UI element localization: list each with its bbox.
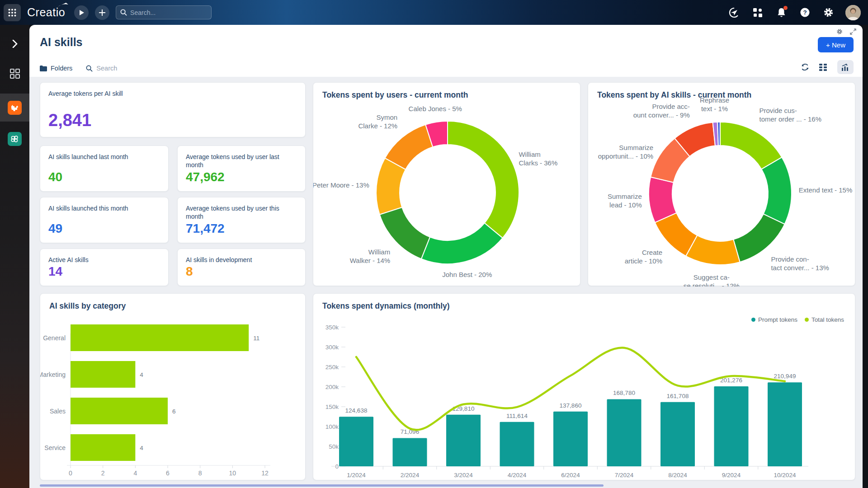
month-bar-9-2024[interactable]: [714, 386, 749, 466]
donut-label: Createarticle - 10%: [625, 249, 662, 265]
x-axis-month-label: 9/2024: [722, 472, 741, 479]
new-button[interactable]: + New: [818, 37, 854, 52]
creatio-logo-swoosh: [57, 3, 69, 8]
global-search-input[interactable]: [130, 9, 203, 16]
y-axis-tick-label: 350k: [326, 324, 339, 331]
x-axis-month-label: 10/2024: [774, 472, 796, 479]
sidebar: [0, 25, 29, 488]
donut-label-line: Caleb Jones - 5%: [409, 105, 462, 113]
bar-value-label: 6: [172, 408, 176, 415]
list-search-button[interactable]: Search: [86, 65, 117, 72]
month-bar-3-2024[interactable]: [446, 415, 481, 466]
donut-label-line: se resoluti... - 12%: [684, 282, 740, 286]
category-bar-marketing[interactable]: [71, 361, 135, 388]
folder-icon: [40, 66, 47, 71]
donut-label: Peter Moore - 13%: [313, 181, 369, 189]
donut-slice-provide-customer-order[interactable]: [720, 122, 782, 169]
metric-title: Average tokens per AI skill: [48, 89, 297, 98]
x-axis-tick-label: 8: [198, 469, 202, 477]
sidebar-item-creatio-ai-app[interactable]: [0, 126, 29, 151]
metric-value: 47,962: [186, 170, 297, 184]
category-bar-sales[interactable]: [71, 398, 168, 424]
quick-add-button[interactable]: [95, 5, 109, 20]
y-axis-tick-label: 50k: [329, 443, 339, 450]
donut-slice-william-clarks[interactable]: [448, 121, 519, 238]
donut-label: WilliamClarks - 36%: [519, 150, 557, 167]
horizontal-scrollbar[interactable]: [40, 484, 604, 487]
analytics-view-toggle[interactable]: [837, 60, 854, 74]
folders-label: Folders: [51, 65, 72, 72]
donut-chart-skills: Provide cus-tomer order ... - 16%Extend …: [588, 83, 856, 286]
window-edge: [863, 25, 868, 488]
search-icon: [120, 9, 127, 16]
process-play-button[interactable]: [74, 5, 89, 20]
content-panel: AI skills + New Folders Search: [29, 25, 863, 488]
category-label: Sales: [50, 408, 66, 415]
creatio-logo: Creatio: [27, 6, 68, 19]
donut-label: Provide acc-ount conver... - 9%: [633, 103, 690, 119]
bar-value-label: 4: [140, 445, 143, 451]
month-bar-4-2024[interactable]: [500, 422, 534, 466]
metric-card-avg-tokens-last-month[interactable]: Average tokens used by user last month 4…: [177, 145, 306, 192]
month-bar-7-2024[interactable]: [607, 399, 642, 466]
donut-label-line: Clarke - 12%: [358, 122, 397, 130]
donut-label-line: Suggest ca-: [693, 273, 730, 281]
category-bar-general[interactable]: [71, 324, 249, 351]
bar-value-label: 137,860: [560, 402, 582, 409]
donut-label-line: Walker - 14%: [350, 257, 390, 264]
sidebar-expand-button[interactable]: [0, 31, 29, 56]
expand-page-icon[interactable]: [850, 28, 856, 37]
y-axis-tick-label: 250k: [326, 364, 339, 371]
metric-title: Average tokens used by user last month: [186, 153, 297, 169]
refresh-icon[interactable]: [801, 63, 809, 71]
month-bar-2-2024[interactable]: [393, 438, 427, 466]
metric-card-launched-last-month[interactable]: AI skills launched last month 40: [40, 145, 169, 192]
sidebar-item-ai-skills-app[interactable]: [0, 94, 29, 122]
donut-slice-extend-text[interactable]: [761, 157, 792, 224]
folders-button[interactable]: Folders: [40, 65, 72, 72]
donut-label-line: Provide cus-: [760, 107, 797, 114]
metric-value: 2,841: [48, 111, 297, 130]
help-icon[interactable]: ?: [798, 6, 811, 19]
month-bar-10-2024[interactable]: [768, 382, 802, 466]
donut-slice-john-best[interactable]: [421, 223, 503, 264]
metric-card-avg-tokens-this-month[interactable]: Average tokens used by user this month 7…: [177, 197, 306, 243]
donut-label-line: opportunit... - 10%: [598, 152, 654, 160]
metric-card-active-skills[interactable]: Active AI skills 14: [40, 249, 169, 286]
copilot-plane-icon[interactable]: [728, 6, 741, 19]
settings-gear-icon[interactable]: [822, 6, 835, 19]
month-bar-1-2024[interactable]: [339, 417, 373, 466]
sidebar-item-dashboards[interactable]: [0, 61, 29, 86]
bar-value-label: 124,638: [345, 407, 368, 414]
donut-label-line: Symon: [376, 113, 397, 121]
avatar[interactable]: [845, 5, 861, 20]
notifications-bell-icon[interactable]: [775, 6, 788, 19]
app-launcher-button[interactable]: [4, 4, 21, 21]
month-bar-6-2024[interactable]: [553, 412, 588, 466]
donut-label-line: Clarks - 36%: [519, 159, 557, 167]
list-view-icon[interactable]: [819, 64, 827, 71]
global-search[interactable]: [116, 5, 212, 19]
donut-label: Summarizeopportunit... - 10%: [598, 144, 654, 160]
metric-card-in-development[interactable]: AI skills in development 8: [177, 249, 306, 286]
metric-title: Average tokens used by user this month: [186, 204, 297, 221]
topbar: Creatio ?: [0, 0, 868, 25]
y-axis-tick-label: 150k: [326, 404, 339, 410]
month-bar-8-2024[interactable]: [660, 402, 695, 466]
donut-label-line: Provide con-: [771, 255, 809, 263]
donut-label: Provide cus-tomer order ... - 16%: [760, 107, 822, 123]
y-axis-tick-label: 300k: [326, 344, 339, 351]
donut-label: Suggest ca-se resoluti... - 12%: [684, 273, 740, 286]
category-bar-service[interactable]: [71, 434, 135, 461]
donut-slice-other[interactable]: [717, 122, 720, 145]
donut-label-line: lead - 10%: [609, 201, 642, 209]
donut-label-line: Provide acc-: [652, 103, 689, 110]
x-axis-tick-label: 10: [229, 469, 236, 477]
metric-card-launched-this-month[interactable]: AI skills launched this month 49: [40, 197, 169, 243]
play-icon: [79, 10, 84, 15]
apps-grid-icon[interactable]: [751, 6, 764, 19]
page-settings-gear-icon[interactable]: [836, 28, 843, 37]
bar-value-label: 168,780: [613, 389, 635, 396]
notification-badge: [783, 6, 788, 10]
metric-card-average-tokens[interactable]: Average tokens per AI skill 2,841: [40, 82, 306, 137]
